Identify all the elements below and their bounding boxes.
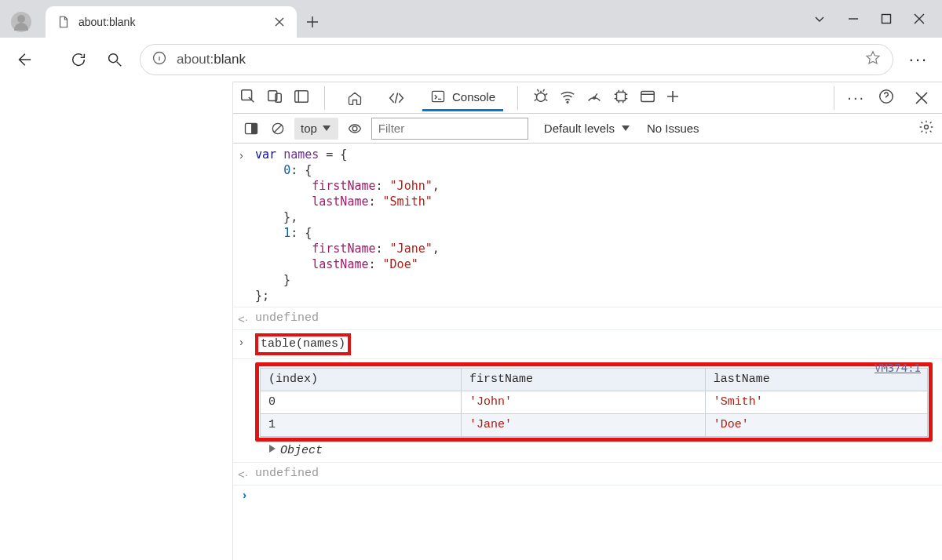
console-body: var names = { 0: { firstName: "John", la…: [233, 144, 942, 560]
tab-elements[interactable]: [380, 85, 413, 111]
chevron-down-icon: [622, 125, 630, 131]
devtools-more-icon[interactable]: ···: [847, 89, 865, 107]
console-settings-icon[interactable]: [918, 119, 934, 137]
application-icon[interactable]: [639, 88, 656, 107]
close-window-button[interactable]: [914, 13, 925, 24]
undefined-text: undefined: [255, 311, 319, 325]
svg-rect-15: [251, 123, 257, 133]
browser-toolbar: about:blank ···: [0, 38, 942, 82]
window-controls: [799, 0, 939, 38]
tab-close-button[interactable]: [270, 13, 289, 31]
console-table: (index) firstName lastName 0 'John' 'Smi…: [260, 368, 928, 437]
chevron-down-icon[interactable]: [813, 13, 826, 25]
source-link[interactable]: VM374:1: [874, 360, 921, 376]
svg-point-9: [567, 101, 568, 103]
page-viewport: [0, 82, 233, 560]
address-bar[interactable]: about:blank: [140, 44, 893, 75]
tab-console[interactable]: Console: [422, 84, 503, 111]
dock-icon[interactable]: [293, 88, 310, 107]
minimize-button[interactable]: [848, 13, 859, 24]
devtools-close-button[interactable]: [907, 84, 936, 112]
profile-button[interactable]: [3, 6, 39, 38]
devtools-tabs: Console ···: [233, 82, 942, 114]
window-titlebar: about:blank: [0, 0, 942, 38]
help-icon[interactable]: [878, 88, 895, 107]
tab-welcome[interactable]: [339, 85, 371, 111]
console-result-entry: <· undefined: [233, 462, 942, 485]
expand-triangle-icon: [269, 444, 280, 457]
console-input-entry: table(names): [233, 330, 942, 359]
main-area: Console ···: [0, 82, 942, 560]
maximize-button[interactable]: [881, 13, 892, 24]
levels-label: Default levels: [544, 122, 615, 135]
result-arrow-icon: <·: [238, 467, 248, 482]
code-block: var names = { 0: { firstName: "John", la…: [255, 147, 933, 304]
reload-button[interactable]: [68, 49, 89, 71]
more-icon[interactable]: ···: [907, 49, 929, 71]
sidebar-toggle-icon[interactable]: [241, 118, 261, 139]
performance-icon[interactable]: [586, 88, 603, 107]
context-selector[interactable]: top: [294, 118, 338, 140]
object-expand-row[interactable]: Object: [255, 443, 933, 459]
col-index[interactable]: (index): [261, 369, 462, 391]
table-row: 1 'Jane' 'Doe': [261, 414, 928, 437]
svg-rect-0: [882, 15, 891, 24]
info-icon[interactable]: [152, 50, 167, 68]
svg-point-8: [537, 93, 546, 101]
console-result-entry: <· undefined: [233, 307, 942, 330]
browser-tab[interactable]: about:blank: [46, 6, 297, 38]
console-toolbar: top Default levels No Issues: [233, 114, 942, 144]
col-firstname[interactable]: firstName: [461, 369, 705, 391]
svg-rect-6: [295, 91, 309, 103]
live-expression-icon[interactable]: [345, 118, 365, 139]
svg-rect-7: [433, 91, 444, 101]
svg-rect-11: [617, 93, 626, 101]
context-label: top: [301, 122, 317, 135]
highlighted-table-output: VM374:1 (index) firstName lastName 0: [255, 362, 933, 442]
back-button[interactable]: [13, 49, 35, 71]
clear-console-icon[interactable]: [268, 118, 288, 139]
undefined-text: undefined: [255, 467, 319, 480]
console-prompt[interactable]: ›: [233, 485, 942, 507]
log-levels-selector[interactable]: Default levels: [535, 122, 630, 135]
tab-console-label: Console: [452, 90, 495, 104]
chevron-down-icon: [323, 125, 330, 131]
svg-point-17: [352, 126, 357, 131]
svg-point-1: [109, 53, 118, 62]
new-tab-button[interactable]: [297, 6, 328, 38]
avatar-icon: [11, 12, 31, 32]
page-icon: [57, 15, 71, 29]
console-input-entry: var names = { 0: { firstName: "John", la…: [233, 144, 942, 307]
issues-link[interactable]: No Issues: [636, 122, 699, 135]
table-row: 0 'John' 'Smith': [261, 391, 928, 414]
search-button[interactable]: [104, 49, 126, 71]
favorite-icon[interactable]: [864, 49, 882, 69]
devtools-panel: Console ···: [233, 82, 942, 560]
device-toggle-icon[interactable]: [266, 88, 283, 107]
table-header-row: (index) firstName lastName: [261, 369, 928, 391]
inspect-icon[interactable]: [239, 88, 257, 107]
tab-title: about:blank: [78, 16, 262, 28]
svg-point-18: [925, 125, 929, 129]
more-tabs-icon[interactable]: [666, 89, 680, 106]
memory-icon[interactable]: [612, 88, 630, 107]
svg-rect-12: [641, 92, 655, 102]
filter-input[interactable]: [371, 118, 528, 140]
address-text: about:blank: [177, 52, 855, 67]
command-text: table(names): [261, 337, 345, 351]
result-arrow-icon: <·: [238, 311, 248, 327]
bug-icon[interactable]: [532, 88, 550, 107]
network-icon[interactable]: [559, 88, 576, 107]
highlighted-command: table(names): [255, 333, 351, 355]
